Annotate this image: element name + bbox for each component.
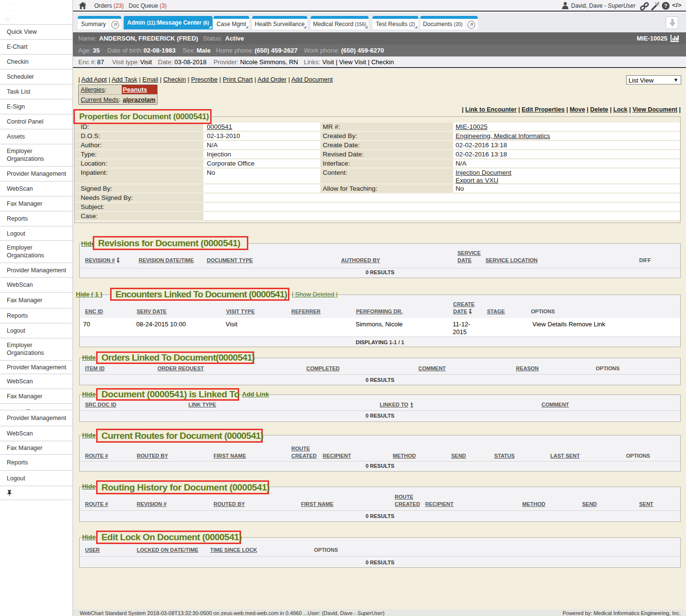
svg-text:?: ? [664,3,667,9]
